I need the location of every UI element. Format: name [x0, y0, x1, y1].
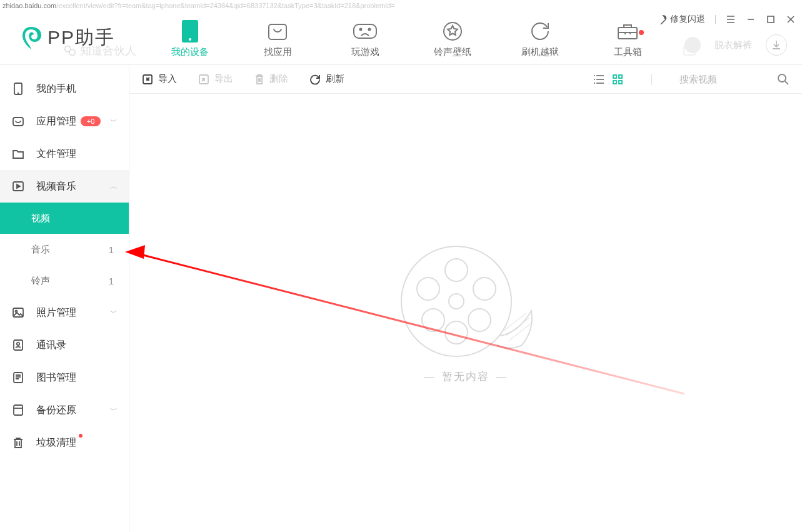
download-button[interactable] [766, 34, 787, 56]
search-wrap [679, 73, 789, 86]
delete-icon [254, 74, 264, 85]
sidebar-item-video-music[interactable]: 视频音乐 ︿ [0, 170, 129, 203]
nav-tab-device[interactable]: 我的设备 [146, 19, 234, 64]
svg-point-34 [422, 309, 444, 331]
maximize-icon [767, 16, 774, 23]
empty-text: 暂无内容 [418, 369, 514, 384]
title-bar-right: 脱衣解裤 [684, 34, 787, 56]
nav-tab-label: 找应用 [234, 46, 321, 58]
minimize-button[interactable] [746, 14, 756, 24]
browser-tab-shadow-text: 知道合伙人 [80, 43, 136, 58]
sidebar-subitem-label: 音乐 [31, 244, 50, 256]
chevron-down-icon: ﹀ [110, 308, 118, 318]
svg-rect-25 [613, 81, 616, 84]
notification-dot-icon [79, 434, 83, 438]
grid-view-button[interactable] [611, 73, 624, 86]
nav-tab-games[interactable]: 玩游戏 [321, 19, 409, 64]
sidebar-item-file-manage[interactable]: 文件管理 [0, 138, 129, 170]
sidebar-item-label: 应用管理 [36, 115, 76, 128]
sidebar-subitem-video[interactable]: 视频 [0, 203, 129, 234]
svg-rect-15 [13, 308, 23, 317]
sidebar-item-backup[interactable]: 备份还原 ﹀ [0, 394, 129, 426]
import-button[interactable]: 导入 [142, 73, 177, 85]
export-button[interactable]: 导出 [198, 73, 233, 85]
notification-dot-icon [639, 30, 644, 35]
logo-icon [19, 26, 44, 51]
svg-point-31 [445, 321, 468, 344]
svg-point-3 [189, 38, 191, 41]
sidebar-item-contacts[interactable]: 通讯录 [0, 329, 129, 361]
delete-button[interactable]: 删除 [254, 73, 288, 85]
svg-rect-5 [354, 24, 376, 38]
export-icon [198, 74, 209, 85]
sidebar-subitem-count: 1 [109, 276, 114, 286]
url-path: /excellent/view/edit?fr=team&tag=iphone&… [56, 2, 395, 9]
search-input[interactable] [679, 74, 767, 84]
avatar[interactable] [684, 37, 701, 53]
list-view-button[interactable] [593, 73, 605, 86]
username[interactable]: 脱衣解裤 [714, 39, 752, 51]
refresh-small-icon [309, 74, 321, 85]
tablet-icon [146, 19, 234, 44]
nav-tab-flash[interactable]: 刷机越狱 [496, 19, 584, 64]
tool-label: 导出 [214, 73, 233, 85]
tool-label: 导入 [158, 73, 177, 85]
maximize-button[interactable] [766, 14, 776, 24]
phone-icon [11, 82, 25, 96]
svg-point-29 [449, 294, 464, 309]
svg-rect-20 [14, 405, 23, 415]
close-button[interactable] [786, 14, 796, 24]
repair-crash-button[interactable]: 修复闪退 [658, 14, 705, 25]
sidebar-item-app-manage[interactable]: 应用管理 +0 ﹀ [0, 105, 129, 138]
svg-rect-24 [619, 75, 622, 78]
chevron-up-icon: ︿ [110, 181, 118, 192]
nav-tab-ringtones[interactable]: 铃声壁纸 [409, 19, 496, 64]
svg-point-30 [445, 259, 468, 281]
grid-icon [613, 74, 623, 84]
svg-point-7 [369, 29, 371, 31]
sidebar-item-label: 通讯录 [36, 339, 66, 352]
svg-point-35 [468, 309, 491, 331]
sidebar-subitems: 视频 音乐 1 铃声 1 [0, 203, 129, 296]
svg-point-32 [417, 278, 439, 300]
contacts-icon [11, 338, 25, 352]
nav-tab-toolbox[interactable]: 工具箱 [584, 19, 671, 64]
sidebar-item-photo-manage[interactable]: 照片管理 ﹀ [0, 296, 129, 329]
svg-rect-23 [613, 75, 616, 78]
sidebar-item-trash-clean[interactable]: 垃圾清理 [0, 426, 129, 459]
url-host: zhidao.baidu.com [3, 2, 56, 9]
play-icon [11, 179, 25, 193]
nav-tab-apps[interactable]: 找应用 [234, 19, 321, 64]
nav-tab-label: 我的设备 [146, 46, 234, 58]
separator [651, 74, 652, 85]
svg-rect-11 [768, 16, 774, 23]
tool-label: 删除 [269, 73, 288, 85]
tool-label: 刷新 [326, 73, 344, 85]
sidebar-item-my-phone[interactable]: 我的手机 [0, 73, 129, 105]
sidebar-item-book-manage[interactable]: 图书管理 [0, 361, 129, 394]
sidebar-subitem-ringtone[interactable]: 铃声 1 [0, 265, 129, 296]
empty-state: 暂无内容 [129, 94, 802, 532]
import-icon [142, 74, 153, 85]
sidebar-subitem-label: 铃声 [31, 275, 50, 287]
nav-tab-label: 刷机越狱 [496, 46, 584, 58]
search-button[interactable] [777, 73, 789, 86]
chevron-down-icon: ﹀ [110, 116, 118, 127]
view-toggle [593, 73, 624, 86]
toolbar: 导入 导出 删除 刷新 [129, 65, 802, 94]
refresh-button[interactable]: 刷新 [309, 73, 344, 85]
sidebar-item-label: 备份还原 [36, 404, 76, 417]
content-pane: 导入 导出 删除 刷新 [129, 65, 802, 532]
sidebar-subitem-music[interactable]: 音乐 1 [0, 234, 129, 265]
nav-tab-label: 工具箱 [584, 46, 671, 58]
film-reel-icon [394, 242, 538, 361]
gamepad-icon [321, 19, 409, 44]
sidebar-subitem-count: 1 [109, 244, 114, 255]
sidebar-item-label: 照片管理 [36, 306, 76, 319]
star-icon [409, 19, 496, 44]
menu-button[interactable] [726, 14, 736, 24]
browser-tab-shadow: 知道合伙人 [63, 43, 136, 58]
sidebar-item-label: 视频音乐 [36, 180, 76, 193]
svg-point-27 [778, 74, 786, 82]
download-icon [771, 39, 782, 51]
